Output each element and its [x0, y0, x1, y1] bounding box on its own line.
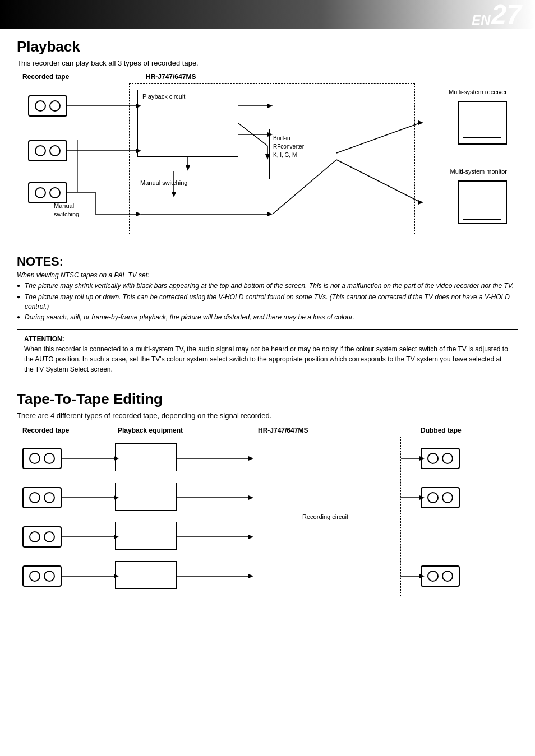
dubbed-cassette-3: [421, 565, 460, 587]
notes-section: NOTES: When viewing NTSC tapes on a PAL …: [17, 254, 518, 379]
dubbed-cassette-1: [421, 448, 460, 469]
recording-circuit-label: Recording circuit: [302, 513, 348, 520]
rf-converter-box: Built-inRFconverterK, I, G, M: [269, 129, 336, 179]
col2-header: HR-J747/647MS: [146, 73, 196, 81]
notes-item-1: The picture may shrink vertically with b…: [17, 281, 518, 291]
playback-section: Playback This recorder can play back all…: [17, 38, 518, 247]
tape-to-tape-section: Tape-To-Tape Editing There are 4 differe…: [17, 391, 518, 606]
manual-switching-label2: Manualswitching: [54, 202, 79, 219]
t2t-cassette-2: [22, 487, 62, 508]
tape-to-tape-title: Tape-To-Tape Editing: [17, 391, 518, 408]
playback-circuit-label: Playback circuit: [142, 93, 185, 100]
header-bar: EN 27: [0, 0, 535, 29]
hr-recording-box: Recording circuit: [250, 437, 401, 596]
multi-system-monitor-label: Multi-system monitor: [450, 168, 507, 175]
manual-switching-label: Manual switching: [140, 179, 202, 186]
page-number: 27: [492, 1, 522, 28]
rf-converter-label: Built-inRFconverterK, I, G, M: [273, 134, 304, 159]
tape-to-tape-diagram: Recorded tape Playback equipment HR-J747…: [17, 426, 518, 606]
notes-when: When viewing NTSC tapes on a PAL TV set:: [17, 271, 518, 279]
attention-label: ATTENTION:: [24, 335, 64, 343]
t2t-col4: Dubbed tape: [421, 426, 462, 434]
svg-marker-18: [418, 200, 423, 205]
en-label: EN: [472, 13, 490, 27]
notes-item-2: The picture may roll up or down. This ca…: [17, 293, 518, 312]
playback-diagram: Recorded tape HR-J747/647MS Playback cir…: [17, 73, 518, 247]
attention-box: ATTENTION: When this recorder is connect…: [17, 329, 518, 379]
playback-circuit-box: Playback circuit: [137, 90, 238, 157]
pb-equip-2: [115, 483, 177, 511]
pb-equip-1: [115, 443, 177, 471]
cassette-1: [28, 95, 67, 117]
notes-list: The picture may shrink vertically with b…: [17, 281, 518, 322]
dubbed-cassette-2: [421, 487, 460, 508]
t2t-col3: HR-J747/647MS: [258, 426, 308, 434]
playback-title: Playback: [17, 38, 518, 55]
main-content: Playback This recorder can play back all…: [0, 29, 535, 617]
svg-marker-16: [418, 120, 423, 125]
t2t-cassette-3: [22, 526, 62, 548]
playback-subtitle: This recorder can play back all 3 types …: [17, 59, 518, 67]
t2t-cassette-1: [22, 448, 62, 469]
cassette-3: [28, 182, 67, 203]
multi-system-receiver-label: Multi-system receiver: [449, 89, 507, 95]
attention-text: When this recorder is connected to a mul…: [24, 345, 508, 373]
notes-title: NOTES:: [17, 254, 518, 269]
cassette-2: [28, 140, 67, 161]
notes-item-3: During search, still, or frame-by-frame …: [17, 313, 518, 322]
t2t-col2: Playback equipment: [118, 426, 183, 434]
monitor-tv: [458, 180, 507, 224]
tape-to-tape-subtitle: There are 4 different types of recorded …: [17, 411, 518, 420]
col1-header: Recorded tape: [22, 73, 69, 81]
pb-equip-4: [115, 561, 177, 589]
t2t-cassette-4: [22, 565, 62, 587]
t2t-col1: Recorded tape: [22, 426, 69, 434]
receiver-tv: [458, 101, 507, 145]
pb-equip-3: [115, 522, 177, 550]
